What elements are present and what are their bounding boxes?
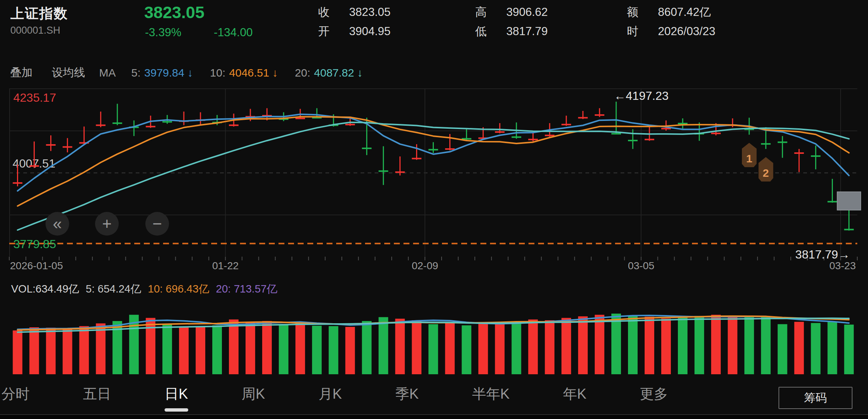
chips-distribution-button[interactable]: 筹码 bbox=[779, 387, 852, 409]
volume-legend: VOL:634.49亿5: 654.24亿10: 696.43亿20: 713.… bbox=[11, 282, 277, 297]
zoom-out-button[interactable]: − bbox=[145, 212, 169, 236]
tab-更多[interactable]: 更多 bbox=[640, 385, 668, 403]
tab-日K[interactable]: 日K bbox=[165, 385, 188, 412]
collapse-chevron-button[interactable]: « bbox=[45, 212, 69, 236]
volume-legend-item-0: VOL:634.49亿 bbox=[11, 282, 79, 297]
stock-chart-app: 上证指数 000001.SH 3823.05 -3.39% -134.00 收3… bbox=[0, 0, 868, 419]
tab-分时[interactable]: 分时 bbox=[1, 385, 30, 403]
bottom-strip bbox=[0, 415, 868, 419]
active-tab-underline bbox=[165, 408, 188, 412]
zoom-in-button[interactable]: + bbox=[95, 212, 119, 236]
tab-季K[interactable]: 季K bbox=[395, 385, 419, 403]
volume-legend-item-3: 20: 713.57亿 bbox=[216, 282, 277, 297]
volume-legend-item-2: 10: 696.43亿 bbox=[148, 282, 209, 297]
tab-半年K[interactable]: 半年K bbox=[472, 385, 509, 403]
period-tab-bar: 分时五日日K周K月K季K半年K年K更多 bbox=[1, 385, 668, 412]
tab-周K[interactable]: 周K bbox=[242, 385, 265, 403]
tab-月K[interactable]: 月K bbox=[318, 385, 342, 403]
volume-legend-item-1: 5: 654.24亿 bbox=[86, 282, 141, 297]
tab-年K[interactable]: 年K bbox=[563, 385, 586, 403]
tab-五日[interactable]: 五日 bbox=[83, 385, 111, 403]
candlestick-volume-chart[interactable] bbox=[0, 0, 868, 419]
